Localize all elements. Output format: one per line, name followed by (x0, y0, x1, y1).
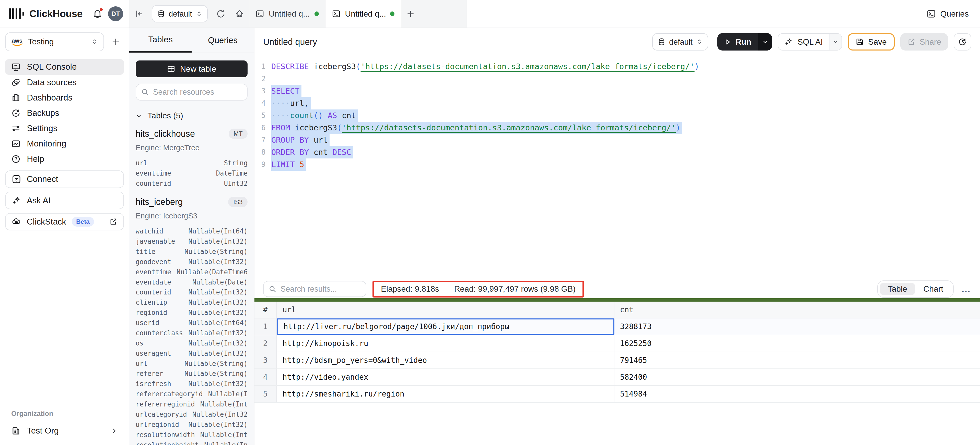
query-history-button[interactable] (954, 33, 971, 51)
org-menu-item[interactable]: Test Org (5, 423, 124, 439)
query-tab-2[interactable]: Untitled q... (325, 0, 401, 28)
toggle-table[interactable]: Table (880, 283, 915, 295)
search-resources-box[interactable] (136, 84, 248, 101)
cnt-cell: 3288173 (614, 318, 980, 335)
avatar[interactable]: DT (108, 6, 123, 21)
collapse-sidebar-icon[interactable] (129, 5, 148, 22)
table-row[interactable]: 1 http://liver.ru/belgorod/page/1006.jки… (255, 318, 980, 335)
column-row: counteridNullable(Int32) (136, 287, 248, 298)
sidebar-item-settings[interactable]: Settings (5, 121, 124, 136)
row-index: 3 (255, 352, 277, 369)
sql-editor[interactable]: 1DESCRIBE icebergS3('https://datasets-do… (255, 56, 980, 280)
editor-database-selector[interactable]: default (652, 33, 708, 51)
sql-ai-button[interactable]: SQL AI (778, 33, 842, 51)
column-header-index[interactable]: # (255, 302, 277, 318)
column-row: isrefreshNullable(Int32) (136, 379, 248, 389)
clickhouse-logo-icon (9, 8, 24, 19)
column-header-cnt[interactable]: cnt (614, 302, 980, 318)
column-row: urlregionidNullable(Int32) (136, 420, 248, 430)
new-tab-plus-icon[interactable] (401, 5, 420, 22)
url-cell: http://smeshariki.ru/region (277, 386, 614, 402)
home-icon[interactable] (230, 5, 249, 22)
engine-label: Engine: IcebergS3 (136, 212, 248, 220)
new-table-button[interactable]: New table (136, 60, 248, 77)
sidebar-item-help[interactable]: Help (5, 151, 124, 166)
row-index: 2 (255, 335, 277, 352)
sidebar-item-label: Data sources (27, 78, 76, 87)
queries-button[interactable]: Queries (927, 9, 969, 19)
share-label: Share (920, 37, 941, 47)
resize-handle[interactable] (255, 298, 980, 301)
tab-strip: default Untitled q... (129, 0, 467, 28)
database-selector[interactable]: default (152, 5, 207, 22)
url-cell: http://video.yandex (277, 369, 614, 385)
save-floppy-icon (856, 38, 864, 46)
run-label: Run (735, 37, 751, 47)
sidebar-item-monitoring[interactable]: Monitoring (5, 136, 124, 151)
search-resources-input[interactable] (153, 87, 242, 97)
table-item-hits-clickhouse[interactable]: hits_clickhouse MT Engine: MergeTree url… (129, 120, 254, 188)
query-tab-1[interactable]: Untitled q... (249, 0, 325, 28)
search-results-input[interactable] (280, 285, 361, 293)
engine-label: Engine: MergeTree (136, 143, 248, 152)
service-selector[interactable]: aws Testing (5, 32, 104, 51)
search-icon (141, 88, 149, 96)
refresh-icon[interactable] (211, 5, 230, 22)
column-row: titleNullable(String) (136, 247, 248, 257)
aws-logo: aws (11, 38, 23, 46)
notification-dot (99, 8, 103, 12)
tab-tables[interactable]: Tables (129, 28, 192, 52)
toggle-chart[interactable]: Chart (915, 283, 951, 295)
run-dropdown-button[interactable] (758, 33, 772, 51)
results-rows: 1 http://liver.ru/belgorod/page/1006.jки… (255, 318, 980, 403)
sidebar-item-dashboards[interactable]: Dashboards (5, 90, 124, 105)
read-stat: Read: 99,997,497 rows (9.98 GB) (454, 284, 576, 294)
building-icon (11, 426, 21, 435)
ask-ai-button[interactable]: Ask AI (5, 192, 124, 209)
unsaved-dot (315, 11, 319, 16)
tables-section-header[interactable]: Tables (5) (136, 111, 248, 120)
column-row: counterclassNullable(Int32) (136, 328, 248, 338)
run-button[interactable]: Run (718, 33, 772, 51)
org-name: Test Org (27, 426, 59, 435)
sidebar-item-backups[interactable]: Backups (5, 105, 124, 121)
tab-queries[interactable]: Queries (192, 28, 254, 52)
save-button[interactable]: Save (848, 33, 894, 51)
column-row: watchidNullable(Int64) (136, 226, 248, 236)
sql-ai-dropdown-button[interactable] (829, 34, 842, 50)
top-bar: ClickHouse DT default (0, 0, 980, 28)
orbit-icon (11, 78, 21, 87)
sidebar-item-label: Settings (27, 124, 57, 133)
chevron-updown-icon (696, 38, 702, 46)
connect-button[interactable]: Connect (5, 171, 124, 188)
add-service-plus-icon[interactable] (108, 34, 124, 50)
notifications-bell-icon[interactable] (92, 9, 102, 19)
sliders-icon (11, 124, 21, 133)
sidebar-item-sql-console[interactable]: SQL Console (5, 59, 124, 74)
clickstack-button[interactable]: ClickStack Beta (5, 213, 124, 230)
table-row[interactable]: 2 http://kinopoisk.ru 1625250 (255, 335, 980, 352)
column-row: useridNullable(Int64) (136, 318, 248, 328)
query-title[interactable]: Untitled query (263, 37, 317, 47)
table-row[interactable]: 3 http://bdsm_po_yers=0&with_video 79146… (255, 352, 980, 369)
table-row[interactable]: 5 http://smeshariki.ru/region 514984 (255, 386, 980, 403)
help-circle-icon (11, 154, 21, 164)
query-stats-box: Elapsed: 9.818s Read: 99,997,497 rows (9… (372, 281, 584, 298)
resources-panel: Tables Queries New table Tables (5) (129, 28, 254, 445)
cnt-cell: 791465 (614, 352, 980, 369)
code-lines: 1DESCRIBE icebergS3('https://datasets-do… (255, 60, 980, 171)
column-header-url[interactable]: url (277, 302, 614, 318)
editor-pane: Untitled query default (255, 28, 980, 445)
table-row[interactable]: 4 http://video.yandex 582400 (255, 369, 980, 386)
sidebar-item-label: Backups (27, 108, 59, 118)
search-results-box[interactable] (263, 281, 366, 297)
tables-section-label: Tables (5) (147, 111, 183, 120)
results-table: # url cnt 1 http://liver.ru/belgorod/pag… (255, 302, 980, 445)
column-row: urlString (136, 158, 248, 168)
sidebar-item-data-sources[interactable]: Data sources (5, 75, 124, 90)
sidebar: aws Testing SQL Console (0, 28, 129, 445)
more-options-button[interactable]: … (961, 284, 971, 295)
column-row: counteridUInt32 (136, 179, 248, 189)
table-item-hits-iceberg[interactable]: hits_iceberg IS3 Engine: IcebergS3 watch… (129, 189, 254, 445)
connect-label: Connect (27, 174, 58, 184)
